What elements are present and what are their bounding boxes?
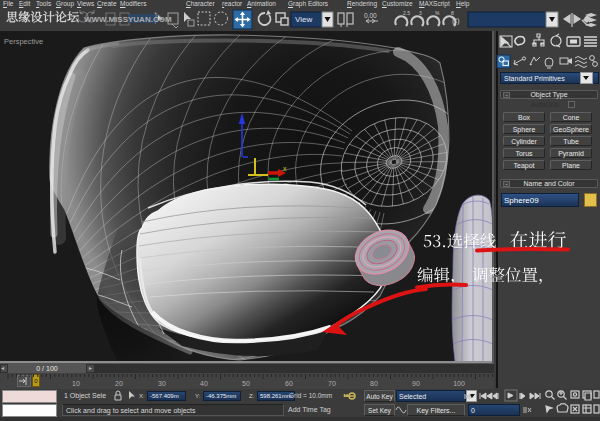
svg-text:x: x xyxy=(283,165,287,172)
svg-text:Perspective: Perspective xyxy=(4,37,43,46)
